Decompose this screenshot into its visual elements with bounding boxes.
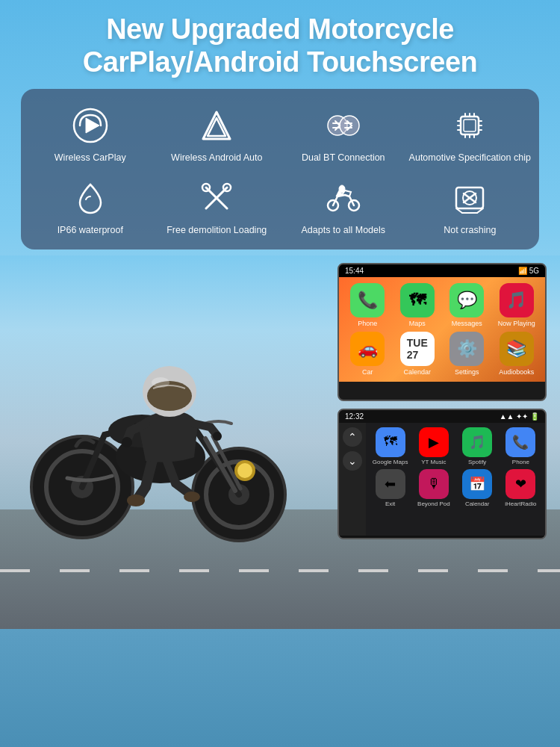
gmaps-label: Google Maps [373,459,408,465]
aa-app-ytmusic: ▶ YT Music [414,427,453,465]
maps-label: Maps [409,320,426,327]
svg-point-55 [152,377,169,388]
phone-label: Phone [358,320,377,327]
android-apps-area: 🗺 Google Maps ▶ YT Music 🎵 Spotify � [366,423,545,536]
carplay-icon [70,105,111,146]
spotify-label: Spotify [468,459,486,465]
gmaps-icon: 🗺 [376,427,405,457]
app-phone: 📞 Phone [345,283,391,327]
tools-icon [196,178,237,218]
sidebar-down-icon: ⌄ [343,451,362,471]
calendar-icon: TUE27 [400,332,435,366]
motorcycle-icon [323,178,364,218]
motorcycle-rider-image [15,308,314,554]
android-time: 12:32 [345,412,364,421]
app-nowplaying: 🎵 Now Playing [494,283,540,327]
android-signal: ▲▲ ✦✦ 🔋 [500,412,539,421]
waterproof-icon [70,178,111,218]
aa-app-phone: 📞 Phone [501,427,541,465]
aa-app-exit: ⬅ Exit [370,469,410,507]
feature-auto-chip: Automotive Specification chip [408,105,532,164]
iheartradio-icon: ❤ [505,469,535,499]
messages-icon: 💬 [449,283,484,317]
aa-dot-icon: ⬤ [345,539,357,539]
svg-rect-11 [464,120,476,131]
aa-pause-icon: ⏸ [436,539,447,539]
not-crashing-label: Not crashing [444,224,496,236]
aa-phone-icon: 📞 [505,427,535,457]
android-status-bar: 12:32 ▲▲ ✦✦ 🔋 [339,410,545,423]
feature-wireless-carplay: Wireless CarPlay [28,105,152,164]
aa-bell-icon: 🔔 [495,539,508,539]
android-content: ⌃ ⌄ 🗺 Google Maps ▶ YT Music [339,423,545,536]
features-grid: Wireless CarPlay Wireless Android Auto [28,105,532,236]
aa-mic-icon: 🎤 [526,539,539,539]
phone-icon: 📞 [350,283,385,317]
app-maps: 🗺 Maps [395,283,441,327]
nocrash-icon [449,178,490,218]
nowplaying-icon: 🎵 [500,283,534,317]
svg-point-5 [340,116,359,135]
carplay-signal: 📶 5G [518,267,539,275]
messages-label: Messages [452,320,482,327]
car-icon: 🚗 [350,332,385,366]
dual-bt-label: Dual BT Connection [302,152,385,164]
settings-label: Settings [455,368,479,376]
sidebar-up-icon: ⌃ [343,427,362,447]
svg-point-48 [127,495,145,506]
app-car: 🚗 Car [345,332,391,376]
svg-point-51 [213,432,222,441]
android-sidebar: ⌃ ⌄ [339,423,366,536]
svg-point-47 [237,463,252,478]
svg-point-49 [184,492,200,502]
bluetooth-icon [323,105,364,146]
road-line [0,569,560,572]
svg-marker-1 [86,118,99,133]
feature-free-demolition: Free demolition Loading [155,178,279,236]
aa-calendar-icon: 📅 [462,469,492,499]
carplay-label: Wireless CarPlay [55,152,126,164]
carplay-screen: 15:44 📶 5G 📞 Phone 🗺 Maps 💬 Messages [337,263,547,401]
ytmusic-label: YT Music [421,459,446,465]
all-models-label: Adapts to all Models [301,224,385,236]
app-calendar: TUE27 Calendar [395,332,441,376]
ytmusic-icon: ▶ [419,427,449,457]
feature-not-crashing: Not crashing [408,178,532,236]
carplay-status-bar: 15:44 📶 5G [339,264,545,277]
android-apps-grid: 🗺 Google Maps ▶ YT Music 🎵 Spotify � [370,427,541,507]
maps-icon: 🗺 [400,283,435,317]
aa-prev-icon: ⏮ [407,539,417,539]
audiobooks-icon: 📚 [500,332,534,366]
beyondpod-label: Beyond Pod [417,500,450,507]
aa-app-gmaps: 🗺 Google Maps [370,427,410,465]
aa-music-icon: 🎵 [376,539,388,539]
calendar-label: Calendar [403,368,431,376]
svg-point-50 [122,437,132,447]
exit-label: Exit [385,500,395,507]
app-audiobooks: 📚 Audiobooks [494,332,540,376]
android-bottom-bar: ⬤ 🎵 ⏮ ⏸ ⏭ 🔔 🎤 [339,536,545,539]
free-demolition-label: Free demolition Loading [167,224,267,236]
settings-icon: ⚙️ [449,332,484,366]
exit-icon: ⬅ [376,469,405,499]
aa-app-calendar: 📅 Calendar [458,469,497,507]
androidauto-icon [196,105,237,146]
spotify-icon: 🎵 [462,427,492,457]
iheartradio-label: iHeartRadio [505,500,536,507]
aa-app-beyondpod: 🎙 Beyond Pod [414,469,453,507]
feature-ip66: IP66 waterproof [28,178,152,236]
nowplaying-label: Now Playing [498,320,535,327]
aa-app-spotify: 🎵 Spotify [458,427,497,465]
screens-container: 15:44 📶 5G 📞 Phone 🗺 Maps 💬 Messages [337,263,547,539]
android-auto-screen: 12:32 ▲▲ ✦✦ 🔋 ⌃ ⌄ 🗺 Google Maps ▶ [337,409,547,539]
car-label: Car [362,368,373,376]
aa-app-iheartradio: ❤ iHeartRadio [501,469,541,507]
feature-android-auto: Wireless Android Auto [155,105,279,164]
app-settings: ⚙️ Settings [444,332,490,376]
feature-all-models: Adapts to all Models [281,178,405,236]
carplay-apps-grid: 📞 Phone 🗺 Maps 💬 Messages 🎵 Now Playing [339,277,545,382]
carplay-time: 15:44 [345,267,364,275]
auto-chip-label: Automotive Specification chip [409,152,531,164]
aa-next-icon: ⏭ [466,539,476,539]
header: New Upgraded Motorcycle CarPlay/Android … [0,0,560,89]
